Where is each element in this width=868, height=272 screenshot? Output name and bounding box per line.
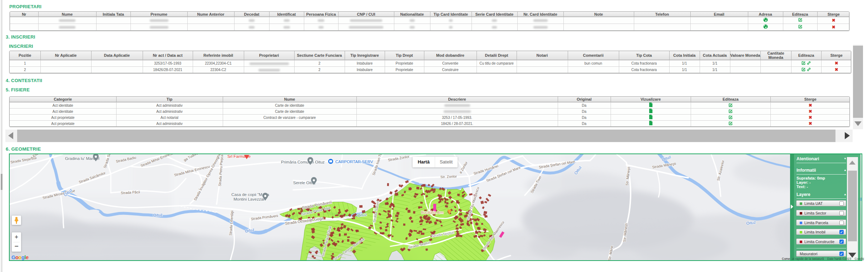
svg-text:Montini Lavezzari": Montini Lavezzari" bbox=[233, 197, 267, 201]
svg-text:Str. Zorilor: Str. Zorilor bbox=[440, 174, 457, 179]
svg-text:Bucătăria Arm: Bucătăria Arm bbox=[421, 211, 444, 215]
svg-text:CARPORTAR SERV: CARPORTAR SERV bbox=[335, 160, 373, 164]
svg-text:Oituz: Oituz bbox=[153, 212, 163, 217]
svg-text:Primăria Comunei Oituz: Primăria Comunei Oituz bbox=[281, 160, 325, 164]
